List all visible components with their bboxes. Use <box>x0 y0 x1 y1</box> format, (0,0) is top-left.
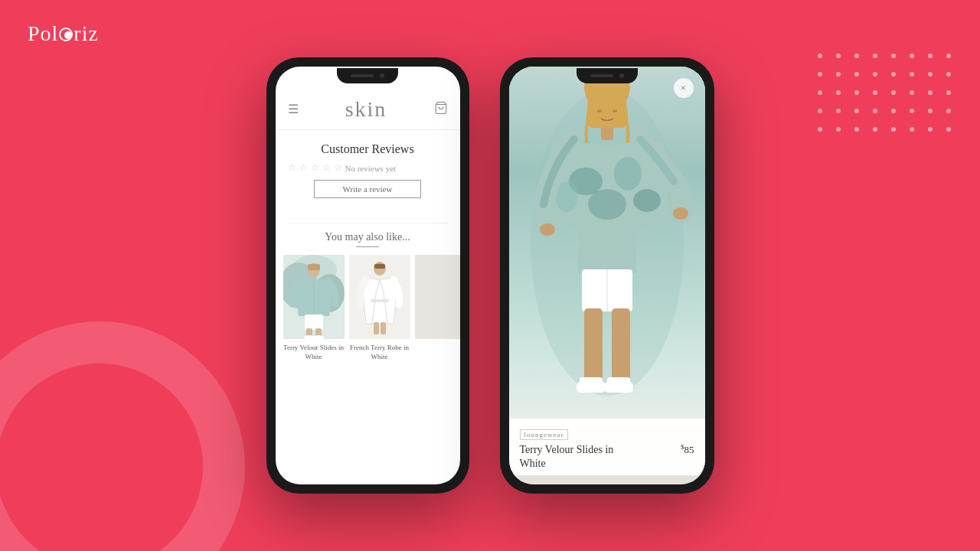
svg-point-31 <box>673 207 688 220</box>
product-title: Terry Velour Slides in White <box>520 443 642 471</box>
svg-rect-34 <box>584 308 603 385</box>
svg-rect-14 <box>374 264 385 269</box>
left-phone-screen: ☰ skin Customer Reviews ☆ ☆ ☆ ☆ <box>276 67 460 484</box>
product-img-svg-2 <box>349 255 410 339</box>
svg-rect-36 <box>577 382 606 393</box>
svg-point-27 <box>588 189 626 220</box>
product-card-2[interactable]: French Terry Robe in White <box>349 255 410 361</box>
svg-point-30 <box>540 223 555 236</box>
notch-bar-right <box>590 74 613 77</box>
svg-rect-37 <box>580 377 603 383</box>
product-label-2: French Terry Robe in White <box>349 344 410 361</box>
svg-rect-17 <box>381 322 386 334</box>
bottom-navigation: skin ∧ SWIPE UP TO SHOP <box>509 475 705 484</box>
star-5: ☆ <box>334 162 342 174</box>
phones-container: ☰ skin Customer Reviews ☆ ☆ ☆ ☆ <box>0 0 980 551</box>
svg-rect-38 <box>604 382 633 393</box>
svg-rect-24 <box>601 128 613 140</box>
notch-bar <box>351 74 374 77</box>
svg-point-26 <box>614 157 642 191</box>
right-phone-screen: × <box>509 67 705 484</box>
category-tag: loungewear <box>520 429 569 440</box>
svg-point-22 <box>597 109 602 112</box>
product-price: $85 <box>681 443 694 456</box>
no-reviews-text: No reviews yet <box>345 164 397 173</box>
notch-dot <box>380 73 384 78</box>
heading-underline <box>356 246 379 247</box>
star-1: ☆ <box>288 162 296 174</box>
product-hero-image <box>509 67 705 419</box>
cart-icon[interactable] <box>434 101 448 119</box>
svg-rect-21 <box>588 97 626 128</box>
svg-rect-15 <box>371 299 389 302</box>
notch-dot-right <box>619 73 624 78</box>
right-phone: × <box>500 57 714 494</box>
product-img-svg-1 <box>283 255 345 339</box>
price-value: 85 <box>684 444 694 455</box>
product-card-3[interactable] <box>415 255 460 361</box>
write-review-button[interactable]: Write a review <box>314 180 421 198</box>
product-card-1[interactable]: Terry Velour Slides in White <box>283 255 345 361</box>
svg-rect-6 <box>308 264 320 270</box>
close-button[interactable]: × <box>674 78 694 98</box>
svg-point-29 <box>633 189 661 212</box>
star-3: ☆ <box>311 162 319 174</box>
svg-rect-16 <box>374 322 379 334</box>
you-may-like-heading: You may also like... <box>276 231 460 243</box>
svg-rect-35 <box>612 308 630 385</box>
model-svg <box>509 67 705 419</box>
stars-row: ☆ ☆ ☆ ☆ ☆ No reviews yet <box>288 162 448 174</box>
phone-notch-right <box>577 68 638 83</box>
product-label-1: Terry Velour Slides in White <box>283 344 345 361</box>
reviews-heading: Customer Reviews <box>288 142 448 156</box>
skin-brand-logo: skin <box>299 97 434 122</box>
phone-notch-left <box>337 68 398 83</box>
svg-rect-7 <box>305 315 323 330</box>
star-2: ☆ <box>299 162 308 174</box>
left-phone: ☰ skin Customer Reviews ☆ ☆ ☆ ☆ <box>266 57 469 494</box>
svg-rect-39 <box>607 377 630 383</box>
product-info-bar: loungewear Terry Velour Slides in White … <box>509 419 705 475</box>
product-grid: Terry Velour Slides in White <box>276 255 460 361</box>
svg-point-23 <box>612 109 617 112</box>
product-title-row: Terry Velour Slides in White $85 <box>520 443 694 471</box>
product-img-svg-3 <box>415 255 460 339</box>
star-4: ☆ <box>322 162 331 174</box>
svg-rect-18 <box>415 255 460 339</box>
section-divider <box>288 223 448 223</box>
close-icon: × <box>681 83 686 94</box>
customer-reviews-section: Customer Reviews ☆ ☆ ☆ ☆ ☆ No reviews ye… <box>276 130 460 215</box>
product-image-2 <box>349 255 410 339</box>
product-image-1 <box>283 255 345 339</box>
hamburger-icon[interactable]: ☰ <box>288 103 299 116</box>
product-image-3 <box>415 255 460 339</box>
